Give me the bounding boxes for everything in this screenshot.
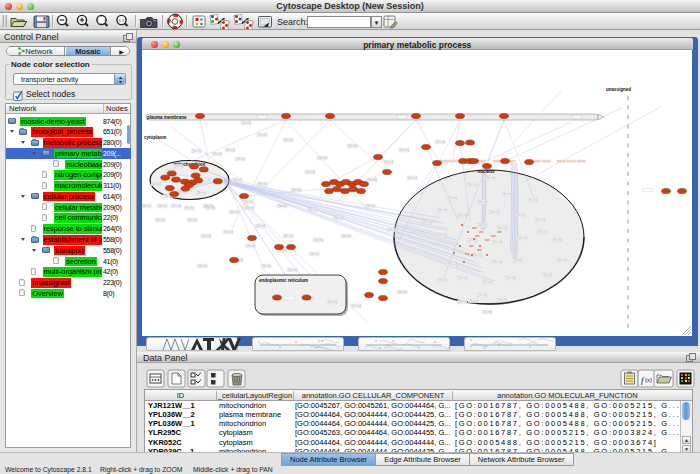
svg-text:[Gn-nn]: [Gn-nn]: [198, 264, 207, 268]
svg-text:[Gn-nn]: [Gn-nn]: [478, 200, 487, 204]
svg-text:1:1: 1:1: [119, 18, 125, 23]
svg-text:[Gn-nn]: [Gn-nn]: [310, 252, 319, 256]
svg-text:[Gn-nn]: [Gn-nn]: [478, 223, 487, 227]
svg-text:[Gn-nn]: [Gn-nn]: [152, 182, 161, 186]
svg-text:[Gn-nn]: [Gn-nn]: [436, 140, 445, 144]
svg-text:endoplasmic reticulum: endoplasmic reticulum: [259, 278, 308, 283]
svg-text:[Gn-nn]: [Gn-nn]: [233, 178, 242, 182]
svg-text:[Gn-nn]: [Gn-nn]: [246, 244, 255, 248]
svg-text:[Gn-nn]: [Gn-nn]: [458, 300, 467, 304]
svg-text:[Gn-nn]: [Gn-nn]: [458, 276, 467, 280]
svg-text:[Gn-nn]: [Gn-nn]: [543, 273, 552, 277]
svg-text:[Gn-nn]: [Gn-nn]: [483, 310, 492, 314]
svg-text:[Gn-nn]: [Gn-nn]: [438, 208, 447, 212]
svg-text:[Gn-nn]: [Gn-nn]: [536, 218, 545, 222]
svg-text:[Gn-nn]: [Gn-nn]: [513, 258, 522, 262]
svg-text:[Gn-nn]: [Gn-nn]: [258, 182, 267, 186]
svg-text:[Gn-nn]: [Gn-nn]: [493, 240, 502, 244]
svg-text:nucleus: nucleus: [477, 169, 495, 174]
svg-text:[Gn-nn]: [Gn-nn]: [398, 290, 407, 294]
svg-text:[Gn-nn]: [Gn-nn]: [230, 210, 239, 214]
svg-text:[Gn-nn]: [Gn-nn]: [423, 220, 432, 224]
svg-text:[Gn-nn]: [Gn-nn]: [553, 238, 562, 242]
svg-text:[Gn-nn]: [Gn-nn]: [503, 192, 512, 196]
svg-text:[Gn-nn]: [Gn-nn]: [224, 230, 233, 234]
svg-text:[Gn-nn]: [Gn-nn]: [258, 133, 267, 137]
svg-text:[Gn-nn]: [Gn-nn]: [348, 144, 357, 148]
svg-text:[Gn-nn]: [Gn-nn]: [478, 293, 487, 297]
svg-text:[Gn-nn]: [Gn-nn]: [400, 148, 409, 152]
svg-text:[Gn-nn]: [Gn-nn]: [506, 276, 515, 280]
svg-text:[Gn-nn]: [Gn-nn]: [558, 258, 567, 262]
svg-text:[Gn-nn]: [Gn-nn]: [438, 233, 447, 237]
svg-text:[Gn-nn]: [Gn-nn]: [185, 206, 194, 210]
svg-text:[Gn-nn]: [Gn-nn]: [202, 234, 211, 238]
svg-text:[Gn-nn]: [Gn-nn]: [142, 204, 151, 208]
svg-text:[Gn-nn]: [Gn-nn]: [368, 178, 377, 182]
svg-text:[Gn-nn]: [Gn-nn]: [518, 236, 527, 240]
svg-text:[Gn-nn]: [Gn-nn]: [448, 196, 457, 200]
svg-text:[Gn-nn]: [Gn-nn]: [498, 298, 507, 302]
svg-text:[Gn-nn]: [Gn-nn]: [388, 228, 397, 232]
svg-text:[Gn-nn]: [Gn-nn]: [438, 278, 447, 282]
svg-text:unassigned: unassigned: [606, 87, 631, 92]
svg-text:[Gn-nn]: [Gn-nn]: [458, 213, 467, 217]
svg-text:[Gn-nn]: [Gn-nn]: [468, 183, 477, 187]
svg-text:[Gn-nn]: [Gn-nn]: [244, 200, 253, 204]
svg-text:[Gn-nn]: [Gn-nn]: [483, 280, 492, 284]
svg-text:[Gn-nn]: [Gn-nn]: [469, 299, 478, 303]
svg-text:[Gn-nn]: [Gn-nn]: [213, 152, 222, 156]
svg-text:[Gn-nn]: [Gn-nn]: [306, 170, 315, 174]
svg-text:[Gn-nn]: [Gn-nn]: [318, 156, 327, 160]
svg-text:[Gn-nn]: [Gn-nn]: [197, 191, 206, 195]
svg-text:[Gn-nn]: [Gn-nn]: [188, 218, 197, 222]
svg-text:[Gn-nn]: [Gn-nn]: [538, 230, 547, 234]
svg-text:[Gn-nn]: [Gn-nn]: [493, 260, 502, 264]
svg-text:[Gn-nn]: [Gn-nn]: [384, 160, 393, 164]
svg-text:[Gn-nn]: [Gn-nn]: [490, 210, 499, 214]
svg-text:[Gn-nn]: [Gn-nn]: [192, 149, 201, 153]
svg-text:[Gn-nn]: [Gn-nn]: [516, 213, 525, 217]
svg-text:[Gn-nn]: [Gn-nn]: [292, 188, 301, 192]
svg-text:[Gn-nn]: [Gn-nn]: [468, 238, 477, 242]
svg-text:[Gn-nn]: [Gn-nn]: [334, 216, 343, 220]
svg-text:[Gn-nn]: [Gn-nn]: [366, 204, 375, 208]
svg-text:[Gn-nn]: [Gn-nn]: [158, 204, 167, 208]
svg-text:[Gn-nn]: [Gn-nn]: [314, 238, 323, 242]
svg-text:[Gn-nn]: [Gn-nn]: [328, 300, 337, 304]
svg-text:[Gn-nn]: [Gn-nn]: [236, 157, 245, 161]
svg-text:[Gn-nn]: [Gn-nn]: [262, 264, 271, 268]
svg-text:[Gn-nn]: [Gn-nn]: [284, 234, 293, 238]
svg-text:[Gn-nn]: [Gn-nn]: [156, 218, 165, 222]
svg-text:[Gn-nn]: [Gn-nn]: [408, 176, 417, 180]
svg-text:[Gn-nn]: [Gn-nn]: [242, 121, 251, 125]
svg-text:[Gn-nn]: [Gn-nn]: [473, 253, 482, 257]
svg-text:[Gn-nn]: [Gn-nn]: [342, 234, 351, 238]
svg-text:[Gn-nn]: [Gn-nn]: [278, 204, 287, 208]
svg-text:[Gn-nn]: [Gn-nn]: [528, 198, 537, 202]
svg-text:[Gn-nn]: [Gn-nn]: [288, 268, 297, 272]
svg-text:cytoplasm: cytoplasm: [144, 135, 166, 140]
svg-text:[Gn-nn]: [Gn-nn]: [206, 206, 215, 210]
svg-text:[Gn-nn]: [Gn-nn]: [245, 206, 254, 210]
svg-text:[Gn-nn]: [Gn-nn]: [448, 263, 457, 267]
svg-text:[Gn-nn]: [Gn-nn]: [352, 304, 361, 308]
svg-text:[Gn-nn]: [Gn-nn]: [498, 226, 507, 230]
svg-text:(x): (x): [645, 377, 652, 383]
svg-text:[Gn-nn]: [Gn-nn]: [174, 164, 183, 168]
svg-text:[Gn-nn]: [Gn-nn]: [256, 224, 265, 228]
svg-text:[Gn-nn]: [Gn-nn]: [486, 176, 495, 180]
svg-text:plasma membrane: plasma membrane: [147, 115, 187, 120]
svg-text:[Gn-nn]: [Gn-nn]: [284, 138, 293, 142]
svg-text:[Gn-nn]: [Gn-nn]: [308, 208, 317, 212]
svg-text:[Gn-nn]: [Gn-nn]: [226, 148, 235, 152]
svg-text:[Gn-nn]: [Gn-nn]: [172, 204, 181, 208]
